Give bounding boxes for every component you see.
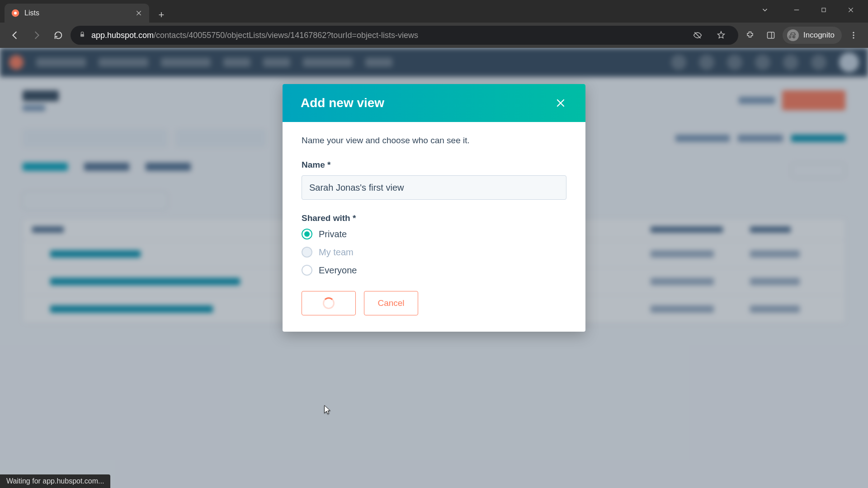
cancel-button[interactable]: Cancel [364,291,418,315]
url-text: app.hubspot.com/contacts/40055750/object… [91,31,683,40]
add-view-modal: Add new view Name your view and choose w… [283,84,585,332]
incognito-label: Incognito [803,31,835,40]
shared-with-radio-group: Private My team Everyone [302,229,566,276]
svg-rect-3 [80,34,84,37]
lock-icon [79,31,86,40]
hubspot-favicon-icon [11,9,20,18]
radio-icon [302,247,312,258]
svg-rect-2 [822,8,826,12]
svg-point-7 [853,34,854,36]
browser-tab[interactable]: Lists [5,4,149,23]
svg-point-8 [853,37,854,38]
incognito-icon [787,29,799,41]
browser-status-bar: Waiting for app.hubspot.com... [0,474,110,488]
chrome-menu-button[interactable] [844,31,863,40]
view-name-input[interactable] [302,175,566,200]
side-panel-icon[interactable] [762,26,780,44]
tab-search-button[interactable] [756,1,774,19]
tab-bar: Lists + [0,0,868,23]
name-field-label: Name * [302,160,566,170]
radio-my-team-label: My team [319,247,354,258]
radio-private[interactable]: Private [302,229,566,239]
modal-overlay: Add new view Name your view and choose w… [0,48,868,488]
minimize-button[interactable] [783,1,810,19]
save-button[interactable] [302,291,356,315]
page-viewport: Add new view Name your view and choose w… [0,48,868,488]
back-button[interactable] [5,26,24,45]
shared-with-label: Shared with * [302,213,566,223]
modal-description: Name your view and choose who can see it… [302,136,566,145]
radio-icon [302,265,312,276]
modal-header: Add new view [283,84,585,122]
svg-point-1 [14,12,17,14]
svg-point-6 [853,32,854,33]
loading-spinner-icon [323,297,335,309]
close-icon[interactable] [554,96,567,110]
window-controls [756,0,864,20]
radio-private-label: Private [319,229,347,239]
tab-title: Lists [24,9,130,17]
radio-icon [302,229,312,239]
extensions-icon[interactable] [741,26,759,44]
new-tab-button[interactable]: + [154,7,169,23]
close-tab-icon[interactable] [135,9,143,17]
forward-button[interactable] [27,26,46,45]
eye-off-icon[interactable] [689,26,707,44]
bookmark-star-icon[interactable] [712,26,730,44]
incognito-badge[interactable]: Incognito [783,27,842,44]
modal-body: Name your view and choose who can see it… [283,122,585,332]
modal-title: Add new view [301,96,384,110]
browser-window: Lists + [0,0,868,488]
maximize-button[interactable] [810,1,837,19]
reload-button[interactable] [49,26,68,45]
radio-everyone-label: Everyone [319,265,357,276]
close-window-button[interactable] [837,1,864,19]
svg-rect-4 [768,32,774,38]
modal-actions: Cancel [302,291,566,315]
radio-everyone[interactable]: Everyone [302,265,566,276]
radio-my-team: My team [302,247,566,258]
url-field[interactable]: app.hubspot.com/contacts/40055750/object… [71,26,738,45]
address-bar: app.hubspot.com/contacts/40055750/object… [0,23,868,48]
